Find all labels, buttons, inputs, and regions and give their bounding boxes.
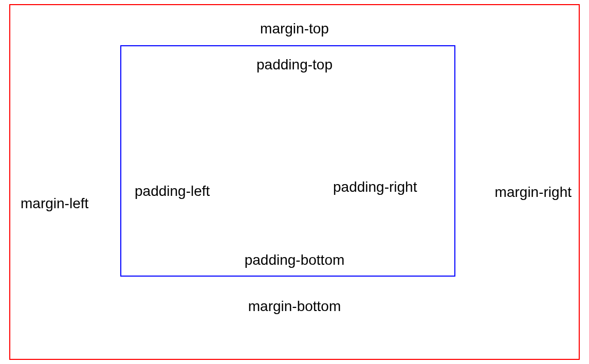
label-padding-bottom: padding-bottom	[245, 252, 345, 268]
label-margin-right: margin-right	[495, 184, 572, 201]
label-margin-bottom: margin-bottom	[248, 298, 341, 315]
label-padding-left: padding-left	[135, 183, 210, 199]
label-padding-right: padding-right	[333, 179, 417, 195]
label-margin-top: margin-top	[260, 21, 329, 37]
padding-box	[120, 45, 455, 277]
label-margin-left: margin-left	[21, 195, 88, 212]
label-padding-top: padding-top	[256, 57, 333, 73]
